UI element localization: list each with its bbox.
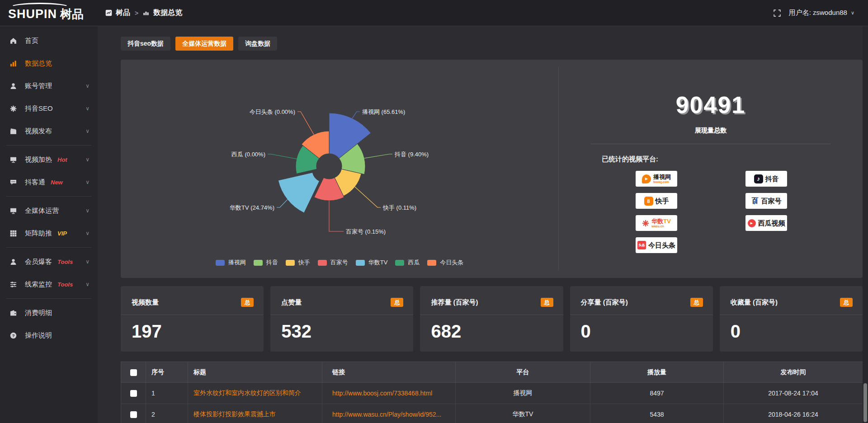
stat-card-点赞量: 点赞量总532 <box>270 286 413 352</box>
cell-url-link[interactable]: http://www.boosj.com/7338468.html <box>332 390 455 397</box>
total-badge[interactable]: 总 <box>541 298 553 307</box>
sidebar-item-线索监控[interactable]: 线索监控Tools∨ <box>0 273 98 296</box>
sidebar-item-账号管理[interactable]: 账号管理∨ <box>0 75 98 97</box>
stat-card-视频数量: 视频数量总197 <box>121 286 264 352</box>
sidebar-item-label: 会员爆客 <box>25 258 52 266</box>
platform-badge-今日头条[interactable]: 头条今日头条 <box>636 237 677 253</box>
table-header-链接: 链接 <box>322 362 456 383</box>
top-bar: SHUPIN 树品 树品 > 数据总览 用户名: zswodun88 ∨ <box>0 0 868 26</box>
breadcrumb-current-icon <box>143 9 150 16</box>
total-badge[interactable]: 总 <box>690 298 703 307</box>
sidebar-item-消费明细[interactable]: 消费明细 <box>0 301 98 324</box>
cell-url-link[interactable]: http://www.wasu.cn/Play/show/id/952... <box>332 411 455 418</box>
platform-badge-华数TV[interactable]: 华数TVwasu.cn <box>636 215 677 231</box>
sidebar-item-label: 抖客通 <box>25 178 45 187</box>
tab-全媒体运营数据[interactable]: 全媒体运营数据 <box>175 37 233 51</box>
cell-title-link[interactable]: 楼体投影灯投影效果震撼上市 <box>193 410 321 418</box>
stat-card-value: 0 <box>570 315 713 342</box>
sidebar-item-数据总览[interactable]: 数据总览 <box>0 52 98 75</box>
legend-item-抖音[interactable]: 抖音 <box>254 258 278 267</box>
cell-time: 2017-08-24 17:04 <box>724 383 863 404</box>
chevron-down-icon: ∨ <box>85 83 90 89</box>
legend-swatch <box>216 260 225 266</box>
pie-label-line-抖音 <box>364 154 392 158</box>
app-root: SHUPIN 树品 树品 > 数据总览 用户名: zswodun88 ∨ 首页数… <box>0 0 868 423</box>
total-impressions-label: 展现量总数 <box>559 127 863 135</box>
legend-swatch <box>286 260 295 266</box>
username-label[interactable]: 用户名: zswodun88 <box>789 9 847 17</box>
platforms-label: 已统计的视频平台: <box>602 155 863 164</box>
chat-icon <box>10 179 18 186</box>
sidebar-item-badge: VIP <box>57 230 67 237</box>
chevron-down-icon: ∨ <box>85 258 90 265</box>
table-header-标题: 标题 <box>188 362 322 383</box>
sidebar-item-label: 消费明细 <box>25 309 52 317</box>
page-scrollbar[interactable] <box>863 0 868 423</box>
platform-badge-西瓜视频[interactable]: ▶西瓜视频 <box>745 215 787 231</box>
sidebar-item-badge: New <box>51 179 63 186</box>
legend-label: 快手 <box>298 258 310 267</box>
summary-divider <box>591 144 830 144</box>
breadcrumb-current[interactable]: 数据总览 <box>153 8 182 18</box>
tab-抖音seo数据[interactable]: 抖音seo数据 <box>121 37 170 51</box>
cell-title-link[interactable]: 室外水纹灯和室内水纹灯的区别和简介 <box>193 389 321 397</box>
sidebar-divider <box>6 196 91 197</box>
platform-badge-抖音[interactable]: ♪抖音 <box>745 171 787 187</box>
platform-name: 抖音 <box>765 175 779 183</box>
platform-badge-百家号[interactable]: 百百家号 <box>745 193 787 209</box>
stat-card-value: 682 <box>420 315 563 342</box>
row-checkbox[interactable] <box>130 390 137 397</box>
sidebar-item-抖音SEO[interactable]: 抖音SEO∨ <box>0 97 98 120</box>
select-all-checkbox[interactable] <box>130 369 137 376</box>
sidebar-item-首页[interactable]: 首页 <box>0 29 98 52</box>
breadcrumb-root[interactable]: 树品 <box>116 8 130 18</box>
legend-swatch <box>356 260 365 266</box>
total-badge[interactable]: 总 <box>840 298 853 307</box>
total-badge[interactable]: 总 <box>391 298 403 307</box>
breadcrumb-separator: > <box>135 9 138 17</box>
pie-chart-area: 播视网 (65.61%)抖音 (9.40%)快手 (0.11%)百家号 (0.1… <box>121 60 558 278</box>
sidebar-item-矩阵助推[interactable]: 矩阵助推VIP∨ <box>0 222 98 244</box>
sidebar-item-全媒体运营[interactable]: 全媒体运营∨ <box>0 199 98 222</box>
platform-name: 今日头条 <box>648 242 675 249</box>
sidebar-item-badge: Tools <box>57 258 73 265</box>
sidebar-divider <box>6 298 91 299</box>
stat-cards-row: 视频数量总197点赞量总532推荐量 (百家号)总682分享量 (百家号)总0收… <box>121 286 863 352</box>
legend-item-华数TV[interactable]: 华数TV <box>356 258 388 267</box>
sidebar-item-抖客通[interactable]: 抖客通New∨ <box>0 171 98 193</box>
legend-item-西瓜[interactable]: 西瓜 <box>395 258 420 267</box>
user-icon <box>10 82 18 89</box>
legend-label: 华数TV <box>368 258 388 267</box>
sidebar-item-视频加热[interactable]: 视频加热Hot∨ <box>0 148 98 171</box>
sidebar-item-会员爆客[interactable]: 会员爆客Tools∨ <box>0 250 98 273</box>
boosj-icon: ▶ <box>642 174 651 183</box>
table-header-播放量: 播放量 <box>590 362 724 383</box>
sidebar-item-label: 首页 <box>25 37 38 45</box>
member-icon <box>10 258 18 265</box>
platform-name: 华数TV <box>651 218 671 225</box>
fullscreen-icon[interactable] <box>774 9 781 17</box>
tab-询盘数据[interactable]: 询盘数据 <box>238 37 277 51</box>
row-checkbox[interactable] <box>130 411 137 418</box>
platform-badge-播视网[interactable]: ▶播视网boosj.com <box>636 171 677 187</box>
cell-no: 2 <box>146 404 188 423</box>
stat-card-推荐量 (百家号): 推荐量 (百家号)总682 <box>420 286 563 352</box>
legend-label: 今日头条 <box>440 258 463 267</box>
rose-pie-chart: 播视网 (65.61%)抖音 (9.40%)快手 (0.11%)百家号 (0.1… <box>121 60 558 278</box>
pie-label-华数TV: 华数TV (24.74%) <box>230 204 274 211</box>
user-caret-icon[interactable]: ∨ <box>851 10 854 16</box>
total-badge[interactable]: 总 <box>241 298 254 307</box>
sidebar-item-视频发布[interactable]: 视频发布∨ <box>0 120 98 142</box>
legend-item-今日头条[interactable]: 今日头条 <box>427 258 463 267</box>
svg-text:?: ? <box>12 333 15 338</box>
cell-time: 2018-04-26 16:24 <box>724 404 863 423</box>
stat-card-title: 分享量 (百家号) <box>581 298 628 307</box>
sidebar-item-操作说明[interactable]: ?操作说明 <box>0 324 98 347</box>
scrollbar-thumb[interactable] <box>863 383 867 422</box>
legend-item-快手[interactable]: 快手 <box>286 258 310 267</box>
platform-badge-快手[interactable]: 8快手 <box>636 193 677 209</box>
stat-card-title: 收藏量 (百家号) <box>731 298 778 307</box>
legend-item-百家号[interactable]: 百家号 <box>318 258 348 267</box>
pie-slice-华数TV[interactable] <box>278 173 319 213</box>
legend-item-播视网[interactable]: 播视网 <box>216 258 246 267</box>
